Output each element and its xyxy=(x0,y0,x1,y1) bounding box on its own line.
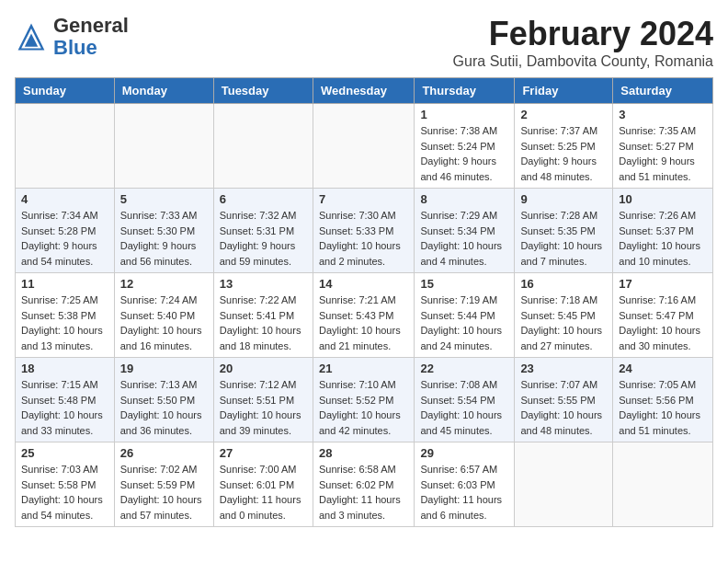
logo-text: General Blue xyxy=(53,15,129,59)
day-cell: 29Sunrise: 6:57 AM Sunset: 6:03 PM Dayli… xyxy=(415,442,515,527)
calendar-week-row: 1Sunrise: 7:38 AM Sunset: 5:24 PM Daylig… xyxy=(16,104,713,189)
day-number: 18 xyxy=(21,362,108,375)
day-info: Sunrise: 7:08 AM Sunset: 5:54 PM Dayligh… xyxy=(420,377,508,438)
empty-cell xyxy=(213,104,313,189)
empty-cell xyxy=(16,104,115,189)
day-cell: 20Sunrise: 7:12 AM Sunset: 5:51 PM Dayli… xyxy=(213,358,313,442)
day-cell: 19Sunrise: 7:13 AM Sunset: 5:50 PM Dayli… xyxy=(114,358,213,442)
day-number: 14 xyxy=(319,277,408,291)
day-info: Sunrise: 7:28 AM Sunset: 5:35 PM Dayligh… xyxy=(520,208,607,269)
day-info: Sunrise: 7:33 AM Sunset: 5:30 PM Dayligh… xyxy=(120,208,208,269)
day-number: 17 xyxy=(619,277,707,291)
day-number: 21 xyxy=(319,362,408,375)
day-cell: 24Sunrise: 7:05 AM Sunset: 5:56 PM Dayli… xyxy=(613,358,713,442)
day-number: 20 xyxy=(220,362,307,375)
day-number: 19 xyxy=(120,362,208,375)
weekday-header-monday: Monday xyxy=(114,78,213,104)
day-number: 12 xyxy=(120,277,208,291)
day-number: 5 xyxy=(120,192,208,206)
day-number: 9 xyxy=(520,192,607,206)
day-info: Sunrise: 7:18 AM Sunset: 5:45 PM Dayligh… xyxy=(520,293,607,353)
day-info: Sunrise: 6:57 AM Sunset: 6:03 PM Dayligh… xyxy=(420,462,508,523)
empty-cell xyxy=(515,442,613,527)
month-title: February 2024 xyxy=(453,15,713,53)
day-cell: 18Sunrise: 7:15 AM Sunset: 5:48 PM Dayli… xyxy=(16,358,115,442)
day-info: Sunrise: 7:37 AM Sunset: 5:25 PM Dayligh… xyxy=(520,123,607,184)
day-number: 23 xyxy=(520,362,607,375)
day-number: 8 xyxy=(420,192,508,206)
day-info: Sunrise: 7:34 AM Sunset: 5:28 PM Dayligh… xyxy=(21,208,108,269)
day-info: Sunrise: 7:05 AM Sunset: 5:56 PM Dayligh… xyxy=(619,377,707,438)
day-cell: 8Sunrise: 7:29 AM Sunset: 5:34 PM Daylig… xyxy=(415,189,515,273)
day-cell: 11Sunrise: 7:25 AM Sunset: 5:38 PM Dayli… xyxy=(16,273,115,358)
day-info: Sunrise: 7:00 AM Sunset: 6:01 PM Dayligh… xyxy=(220,462,307,523)
day-info: Sunrise: 7:19 AM Sunset: 5:44 PM Dayligh… xyxy=(420,293,508,353)
day-info: Sunrise: 7:15 AM Sunset: 5:48 PM Dayligh… xyxy=(21,377,108,438)
day-number: 11 xyxy=(21,277,108,291)
day-cell: 21Sunrise: 7:10 AM Sunset: 5:52 PM Dayli… xyxy=(313,358,414,442)
day-info: Sunrise: 7:26 AM Sunset: 5:37 PM Dayligh… xyxy=(619,208,707,269)
day-info: Sunrise: 7:22 AM Sunset: 5:41 PM Dayligh… xyxy=(220,293,307,353)
day-number: 16 xyxy=(520,277,607,291)
day-number: 10 xyxy=(619,192,707,206)
day-number: 28 xyxy=(319,446,408,460)
logo: General Blue xyxy=(15,15,129,59)
empty-cell xyxy=(313,104,414,189)
day-number: 6 xyxy=(220,192,307,206)
day-number: 15 xyxy=(420,277,508,291)
day-cell: 9Sunrise: 7:28 AM Sunset: 5:35 PM Daylig… xyxy=(515,189,613,273)
day-info: Sunrise: 7:07 AM Sunset: 5:55 PM Dayligh… xyxy=(520,377,607,438)
empty-cell xyxy=(613,442,713,527)
weekday-header-friday: Friday xyxy=(515,78,613,104)
day-info: Sunrise: 7:35 AM Sunset: 5:27 PM Dayligh… xyxy=(619,123,707,184)
day-cell: 10Sunrise: 7:26 AM Sunset: 5:37 PM Dayli… xyxy=(613,189,713,273)
calendar-week-row: 11Sunrise: 7:25 AM Sunset: 5:38 PM Dayli… xyxy=(16,273,713,358)
logo-blue: Blue xyxy=(53,36,97,59)
day-cell: 25Sunrise: 7:03 AM Sunset: 5:58 PM Dayli… xyxy=(16,442,115,527)
page-header: General Blue February 2024 Gura Sutii, D… xyxy=(15,15,713,70)
day-cell: 26Sunrise: 7:02 AM Sunset: 5:59 PM Dayli… xyxy=(114,442,213,527)
day-number: 7 xyxy=(319,192,408,206)
day-number: 26 xyxy=(120,446,208,460)
day-info: Sunrise: 7:30 AM Sunset: 5:33 PM Dayligh… xyxy=(319,208,408,269)
day-cell: 2Sunrise: 7:37 AM Sunset: 5:25 PM Daylig… xyxy=(515,104,613,189)
calendar-week-row: 18Sunrise: 7:15 AM Sunset: 5:48 PM Dayli… xyxy=(16,358,713,442)
day-cell: 14Sunrise: 7:21 AM Sunset: 5:43 PM Dayli… xyxy=(313,273,414,358)
day-cell: 27Sunrise: 7:00 AM Sunset: 6:01 PM Dayli… xyxy=(213,442,313,527)
weekday-header-saturday: Saturday xyxy=(613,78,713,104)
day-cell: 1Sunrise: 7:38 AM Sunset: 5:24 PM Daylig… xyxy=(415,104,515,189)
day-cell: 23Sunrise: 7:07 AM Sunset: 5:55 PM Dayli… xyxy=(515,358,613,442)
day-info: Sunrise: 7:12 AM Sunset: 5:51 PM Dayligh… xyxy=(220,377,307,438)
day-cell: 7Sunrise: 7:30 AM Sunset: 5:33 PM Daylig… xyxy=(313,189,414,273)
logo-general: General xyxy=(53,14,129,37)
day-number: 22 xyxy=(420,362,508,375)
calendar-week-row: 4Sunrise: 7:34 AM Sunset: 5:28 PM Daylig… xyxy=(16,189,713,273)
day-cell: 5Sunrise: 7:33 AM Sunset: 5:30 PM Daylig… xyxy=(114,189,213,273)
day-info: Sunrise: 7:32 AM Sunset: 5:31 PM Dayligh… xyxy=(220,208,307,269)
day-cell: 3Sunrise: 7:35 AM Sunset: 5:27 PM Daylig… xyxy=(613,104,713,189)
day-cell: 6Sunrise: 7:32 AM Sunset: 5:31 PM Daylig… xyxy=(213,189,313,273)
day-cell: 12Sunrise: 7:24 AM Sunset: 5:40 PM Dayli… xyxy=(114,273,213,358)
day-info: Sunrise: 7:21 AM Sunset: 5:43 PM Dayligh… xyxy=(319,293,408,353)
day-info: Sunrise: 7:03 AM Sunset: 5:58 PM Dayligh… xyxy=(21,462,108,523)
day-cell: 4Sunrise: 7:34 AM Sunset: 5:28 PM Daylig… xyxy=(16,189,115,273)
day-cell: 15Sunrise: 7:19 AM Sunset: 5:44 PM Dayli… xyxy=(415,273,515,358)
calendar-week-row: 25Sunrise: 7:03 AM Sunset: 5:58 PM Dayli… xyxy=(16,442,713,527)
title-area: February 2024 Gura Sutii, Dambovita Coun… xyxy=(453,15,713,70)
day-number: 24 xyxy=(619,362,707,375)
weekday-header-row: SundayMondayTuesdayWednesdayThursdayFrid… xyxy=(16,78,713,104)
weekday-header-sunday: Sunday xyxy=(16,78,115,104)
day-info: Sunrise: 7:10 AM Sunset: 5:52 PM Dayligh… xyxy=(319,377,408,438)
location-title: Gura Sutii, Dambovita County, Romania xyxy=(453,53,713,70)
day-cell: 13Sunrise: 7:22 AM Sunset: 5:41 PM Dayli… xyxy=(213,273,313,358)
weekday-header-thursday: Thursday xyxy=(415,78,515,104)
day-info: Sunrise: 7:16 AM Sunset: 5:47 PM Dayligh… xyxy=(619,293,707,353)
day-info: Sunrise: 7:13 AM Sunset: 5:50 PM Dayligh… xyxy=(120,377,208,438)
day-number: 25 xyxy=(21,446,108,460)
day-number: 2 xyxy=(520,108,607,121)
weekday-header-tuesday: Tuesday xyxy=(213,78,313,104)
day-cell: 22Sunrise: 7:08 AM Sunset: 5:54 PM Dayli… xyxy=(415,358,515,442)
day-info: Sunrise: 7:29 AM Sunset: 5:34 PM Dayligh… xyxy=(420,208,508,269)
day-number: 29 xyxy=(420,446,508,460)
logo-icon xyxy=(15,20,48,53)
